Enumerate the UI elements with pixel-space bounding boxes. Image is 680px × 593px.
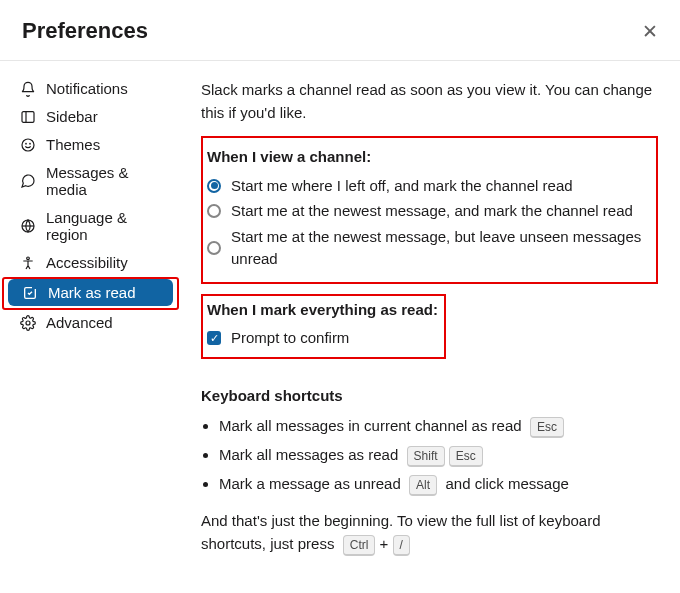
checkbox-label: Prompt to confirm (231, 327, 349, 350)
message-icon (20, 173, 36, 189)
smile-icon (20, 137, 36, 153)
mark-all-title: When I mark everything as read: (207, 299, 438, 322)
shortcut-item: Mark a message as unread Alt and click m… (219, 473, 658, 496)
radio-label: Start me at the newest message, but leav… (231, 226, 646, 271)
layout-icon (20, 109, 36, 125)
shortcuts-title: Keyboard shortcuts (201, 385, 658, 408)
svg-point-4 (30, 143, 31, 144)
close-icon: ✕ (642, 21, 658, 42)
sidebar-item-accessibility[interactable]: Accessibility (6, 249, 175, 276)
main-panel: Slack marks a channel read as soon as yo… (185, 61, 680, 574)
sidebar-item-messages-media[interactable]: Messages & media (6, 159, 175, 203)
highlight-mark-as-read: Mark as read (2, 277, 179, 310)
sidebar-item-label: Messages & media (46, 164, 165, 198)
key-shift: Shift (407, 446, 445, 467)
radio-option-2[interactable]: Start me at the newest message, but leav… (207, 226, 646, 271)
key-esc: Esc (530, 417, 564, 438)
key-alt: Alt (409, 475, 437, 496)
sidebar-item-label: Language & region (46, 209, 165, 243)
sidebar-item-advanced[interactable]: Advanced (6, 309, 175, 336)
radio-option-1[interactable]: Start me at the newest message, and mark… (207, 200, 646, 223)
svg-point-2 (22, 139, 34, 151)
sidebar-item-sidebar[interactable]: Sidebar (6, 103, 175, 130)
radio-label: Start me at the newest message, and mark… (231, 200, 633, 223)
checkbox-icon: ✓ (207, 331, 221, 345)
prompt-confirm-checkbox[interactable]: ✓ Prompt to confirm (207, 327, 438, 350)
shortcut-item: Mark all messages in current channel as … (219, 415, 658, 438)
sidebar-item-label: Notifications (46, 80, 128, 97)
globe-icon (20, 218, 36, 234)
shortcut-text: Mark a message as unread (219, 475, 401, 492)
key-ctrl: Ctrl (343, 535, 376, 556)
sidebar-item-label: Mark as read (48, 284, 136, 301)
content: Notifications Sidebar Themes Messages & … (0, 61, 680, 574)
shortcut-item: Mark all messages as read Shift Esc (219, 444, 658, 467)
sidebar-item-mark-as-read[interactable]: Mark as read (8, 279, 173, 306)
sidebar-item-language-region[interactable]: Language & region (6, 204, 175, 248)
radio-icon (207, 241, 221, 255)
plus-sign: + (380, 535, 389, 552)
radio-option-0[interactable]: Start me where I left off, and mark the … (207, 175, 646, 198)
bell-icon (20, 81, 36, 97)
gear-icon (20, 315, 36, 331)
view-channel-section: When I view a channel: Start me where I … (201, 136, 658, 284)
radio-label: Start me where I left off, and mark the … (231, 175, 573, 198)
mark-all-section: When I mark everything as read: ✓ Prompt… (201, 294, 446, 359)
shortcuts-footer: And that's just the beginning. To view t… (201, 510, 658, 556)
shortcut-text-after: and click message (445, 475, 568, 492)
accessibility-icon (20, 255, 36, 271)
key-slash: / (393, 535, 410, 556)
sidebar-item-label: Accessibility (46, 254, 128, 271)
sidebar: Notifications Sidebar Themes Messages & … (0, 61, 185, 574)
svg-point-8 (26, 321, 30, 325)
svg-point-3 (26, 143, 27, 144)
key-esc: Esc (449, 446, 483, 467)
check-square-icon (22, 285, 38, 301)
sidebar-item-themes[interactable]: Themes (6, 131, 175, 158)
sidebar-item-label: Themes (46, 136, 100, 153)
svg-rect-0 (22, 111, 34, 122)
page-title: Preferences (22, 18, 148, 44)
intro-text: Slack marks a channel read as soon as yo… (201, 79, 658, 124)
shortcuts-list: Mark all messages in current channel as … (201, 415, 658, 496)
sidebar-item-notifications[interactable]: Notifications (6, 75, 175, 102)
shortcut-text: Mark all messages as read (219, 446, 398, 463)
header: Preferences ✕ (0, 0, 680, 60)
radio-icon (207, 179, 221, 193)
svg-point-7 (27, 257, 30, 260)
sidebar-item-label: Advanced (46, 314, 113, 331)
close-button[interactable]: ✕ (642, 22, 658, 41)
view-channel-title: When I view a channel: (207, 146, 646, 169)
sidebar-item-label: Sidebar (46, 108, 98, 125)
radio-icon (207, 204, 221, 218)
shortcut-text: Mark all messages in current channel as … (219, 417, 522, 434)
